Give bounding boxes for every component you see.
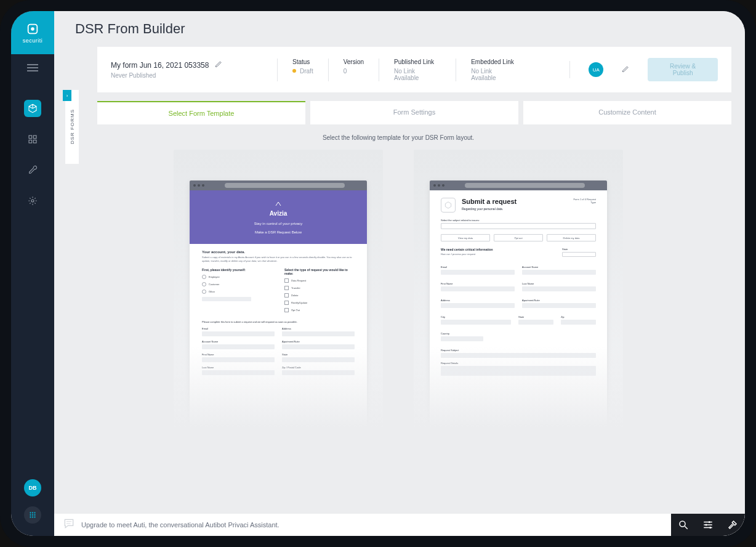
meta-embedded-link: Embedded Link No Link Available (456, 59, 533, 81)
template2-body: Submit a request Regarding your personal… (430, 190, 607, 387)
rail-expand[interactable]: › (63, 90, 71, 101)
edit-user-button[interactable] (622, 64, 629, 75)
template1-hero-line1: Stay in control of your privacy (196, 222, 361, 225)
template2-btn-view: View my data (441, 234, 490, 241)
template1-section-p: Submit a copy of materials in my Avizia … (202, 256, 355, 262)
template-grid: Avizia Stay in control of your privacy M… (65, 150, 731, 427)
template1-section-h: Your account, your data. (202, 250, 355, 254)
svg-point-17 (32, 516, 33, 517)
t1-label-email: Email (202, 327, 275, 330)
form-name: My form Jun 16, 2021 053358 (111, 61, 209, 70)
t1-label-zip: Zip / Postal Code (282, 366, 355, 369)
meta-version-value: 0 (344, 68, 364, 75)
template1-body: Your account, your data. Submit a copy o… (190, 244, 367, 385)
t2-label-zip: Zip (561, 315, 596, 318)
t1-label-lastname: Last Name (202, 366, 275, 369)
template2-btn-delete: Delete my data (547, 234, 596, 241)
form-name-block: My form Jun 16, 2021 053358 Never Publis… (111, 60, 259, 79)
meta-version-label: Version (344, 59, 364, 65)
edit-name-button[interactable] (215, 60, 222, 70)
t1-label-state: State (282, 353, 355, 356)
t2-label-address: Address (441, 299, 515, 302)
t2-state-select (562, 252, 596, 257)
svg-point-18 (34, 516, 35, 517)
t2-label-req-subject: Request Subject (441, 349, 596, 352)
template2-title: Submit a request (462, 198, 565, 205)
svg-point-28 (709, 527, 711, 529)
tool-build[interactable] (726, 519, 739, 531)
chat-icon[interactable] (63, 517, 75, 532)
bottom-bar: Upgrade to meet Auti, the conversational… (54, 514, 745, 536)
tool-search[interactable] (677, 519, 690, 531)
template1-logo-icon (275, 200, 282, 208)
svg-point-11 (32, 512, 33, 513)
template-card-1[interactable]: Avizia Stay in control of your privacy M… (174, 150, 383, 427)
t2-label-country: Country (441, 332, 483, 335)
template1-other-input (202, 297, 251, 301)
search-icon (678, 519, 689, 530)
template2-logo-icon (441, 198, 456, 213)
tab-customize-content[interactable]: Customize Content (523, 101, 731, 124)
nav-icons (24, 100, 41, 209)
review-publish-button[interactable]: Review & Publish (648, 58, 718, 81)
tab-form-settings[interactable]: Form Settings (310, 101, 518, 124)
template1-chk-transfer: Transfer (284, 286, 355, 290)
svg-point-24 (709, 521, 710, 523)
brand-name: securiti (23, 38, 43, 44)
nav-cube[interactable] (24, 100, 41, 117)
t2-label-req-details: Request Details (441, 362, 596, 365)
meta-published-link-value: No Link Available (394, 68, 441, 81)
template-instruction: Select the following template for your D… (65, 134, 731, 141)
meta-status: Status Draft (277, 59, 328, 81)
template1-chk-data: Data Request (284, 278, 355, 283)
tool-sliders[interactable] (702, 519, 714, 531)
brand-icon (26, 22, 39, 36)
t1-label-accountname: Account Name (202, 340, 275, 343)
template1-opt-employee: Employee (202, 275, 272, 279)
hamburger-icon (27, 64, 38, 71)
nav-settings[interactable] (24, 192, 41, 209)
sliders-icon (702, 519, 714, 530)
tab-select-template[interactable]: Select Form Template (97, 101, 305, 124)
t1-label-address: Address (282, 327, 355, 330)
form-publish-status: Never Published (111, 72, 259, 79)
svg-point-21 (680, 521, 685, 527)
t2-label-city: City (441, 315, 511, 318)
user-avatar[interactable]: DB (24, 479, 41, 496)
template2-sec-p: How can I process your request (441, 253, 555, 256)
status-dot-icon (292, 69, 296, 73)
template2-part-label: Form 1 of 4 Request Type (571, 198, 596, 204)
template2-select-label: Select the subject related to issues: (441, 219, 596, 222)
svg-point-12 (34, 512, 35, 513)
template1-note: Please complete this form to submit a re… (202, 320, 355, 323)
content: › DSR FORMS My form Jun 16, 2021 053358 … (54, 47, 745, 536)
template1-hero-line2: Make a DSR Request Below (196, 230, 361, 234)
current-user-avatar[interactable]: UA (589, 62, 603, 77)
template1-logo-text: Avizia (196, 210, 361, 217)
svg-rect-7 (29, 140, 32, 143)
meta-published-link: Published Link No Link Available (379, 59, 456, 81)
info-bar: My form Jun 16, 2021 053358 Never Publis… (97, 47, 731, 92)
t2-label-lastname: Last Name (522, 282, 596, 285)
template1-chk-optout: Opt Out (284, 308, 355, 312)
t2-label-state-sel: State (562, 248, 596, 251)
svg-line-22 (685, 526, 688, 529)
template1-col2-h: Select the type of request you would lik… (284, 268, 355, 275)
dsr-forms-rail[interactable]: DSR FORMS (65, 90, 79, 164)
template1-chk-delete: Delete (284, 293, 355, 298)
bottom-tools (671, 514, 745, 536)
brand-logo[interactable]: securiti (11, 11, 54, 54)
apps-icon (28, 511, 37, 519)
svg-point-14 (32, 514, 33, 516)
svg-point-9 (31, 200, 34, 202)
svg-point-16 (30, 516, 31, 517)
svg-rect-6 (33, 136, 36, 139)
nav-dashboard[interactable] (24, 131, 41, 148)
template2-sec-h: We need certain critical information (441, 248, 555, 251)
template-card-2[interactable]: Submit a request Regarding your personal… (414, 150, 623, 427)
info-bar-divider (569, 61, 570, 78)
nav-apps[interactable] (24, 506, 41, 524)
nav-tools[interactable] (24, 161, 41, 179)
template1-opt-customer: Customer (202, 282, 272, 286)
menu-toggle[interactable] (11, 54, 54, 81)
